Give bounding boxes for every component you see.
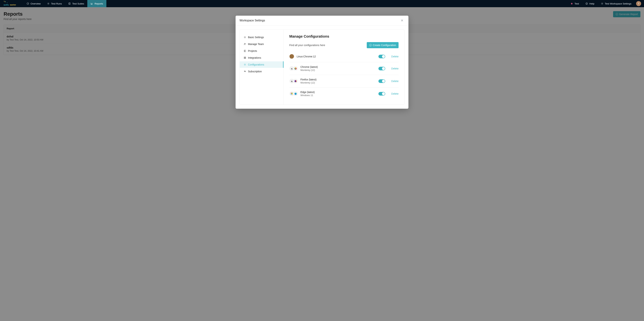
config-icons — [289, 66, 298, 71]
plus-circle-icon: + — [369, 44, 372, 46]
book-icon — [68, 2, 71, 5]
star-icon — [570, 2, 573, 5]
svg-text:watcher: watcher — [10, 4, 16, 6]
svg-rect-14 — [244, 57, 245, 58]
config-icons — [289, 91, 298, 96]
svg-rect-27 — [291, 94, 292, 94]
nav-label: Test Runs — [51, 2, 62, 5]
sidebar-item-label: Projects — [248, 50, 257, 52]
delete-link[interactable]: Delete — [391, 80, 398, 83]
delete-link[interactable]: Delete — [391, 92, 398, 95]
svg-point-20 — [245, 71, 246, 72]
brand-logo[interactable]: quality watcher — [0, 1, 23, 6]
enabled-toggle[interactable] — [378, 79, 385, 83]
dashboard-icon — [26, 2, 29, 5]
nav-reports[interactable]: Reports — [87, 0, 106, 7]
enabled-toggle[interactable] — [378, 55, 385, 58]
delete-link[interactable]: Delete — [391, 67, 398, 70]
user-avatar[interactable]: T — [636, 1, 641, 6]
nav-label: Overview — [30, 2, 40, 5]
svg-rect-26 — [292, 93, 292, 94]
sidebar-item-integrations[interactable]: Integrations — [240, 55, 283, 61]
gear-icon — [244, 36, 246, 39]
pattern-icon — [289, 54, 294, 59]
grid-icon — [244, 57, 246, 59]
gear-icon — [47, 2, 50, 5]
create-config-label: Create Configuration — [373, 44, 396, 47]
svg-text:quality: quality — [4, 4, 9, 6]
nav-overview[interactable]: Overview — [23, 0, 44, 7]
config-row: Firefox (latest) Monterey (12) Delete — [289, 75, 398, 87]
config-os: Monterey (12) — [300, 69, 318, 71]
sidebar-item-label: Manage Team — [248, 43, 264, 46]
sidebar-item-projects[interactable]: Projects — [240, 48, 283, 54]
svg-point-12 — [245, 44, 246, 44]
config-row: Chrome (latest) Monterey (12) Delete — [289, 62, 398, 75]
svg-rect-28 — [292, 94, 292, 94]
svg-point-23 — [295, 68, 296, 69]
close-icon[interactable]: ✕ — [400, 18, 404, 23]
nav-label: Test Suites — [72, 2, 84, 5]
settings-card: Basic Settings Manage Team Projects — [240, 30, 404, 105]
svg-point-18 — [244, 64, 245, 65]
main-heading: Manage Configurations — [289, 34, 398, 39]
firefox-icon — [293, 79, 298, 83]
sidebar-item-basic-settings[interactable]: Basic Settings — [240, 34, 283, 41]
enabled-toggle[interactable] — [378, 92, 385, 96]
sidebar-item-label: Integrations — [248, 56, 261, 59]
nav-label: Reports — [94, 2, 103, 5]
config-icons — [289, 79, 298, 83]
workspace-name: Test — [574, 2, 579, 5]
create-configuration-button[interactable]: + Create Configuration — [367, 42, 398, 48]
workspace-switcher[interactable]: Test — [567, 0, 582, 7]
settings-main: Manage Configurations Find all your conf… — [284, 30, 404, 105]
svg-marker-6 — [571, 3, 573, 5]
config-name: Firefox (latest) — [300, 78, 316, 81]
help-icon — [586, 2, 588, 5]
main-subtext: Find all your configurations here — [289, 44, 325, 47]
nav-test-runs[interactable]: Test Runs — [44, 0, 65, 7]
config-name: Linux:Chrome:12 — [297, 55, 316, 58]
chart-line-icon — [90, 2, 93, 5]
nav-test-suites[interactable]: Test Suites — [65, 0, 87, 7]
book-icon — [244, 50, 246, 52]
svg-rect-5 — [69, 3, 70, 4]
config-row: Edge (latest) Windows 11 Delete — [289, 87, 398, 100]
config-os: Windows 11 — [300, 94, 315, 97]
top-navbar: quality watcher Overview Test Runs Test … — [0, 0, 644, 7]
sidebar-item-label: Basic Settings — [248, 36, 264, 39]
config-row: Linux:Chrome:12 Delete — [289, 51, 398, 62]
sidebar-item-manage-team[interactable]: Manage Team — [240, 41, 283, 47]
svg-point-8 — [586, 4, 587, 4]
svg-rect-16 — [244, 58, 245, 59]
svg-point-19 — [244, 71, 245, 71]
edge-icon — [293, 91, 298, 96]
users-icon — [244, 43, 246, 45]
svg-point-10 — [244, 37, 245, 38]
config-os: Monterey (12) — [300, 81, 316, 84]
sidebar-item-configurations[interactable]: Configurations — [240, 61, 284, 68]
svg-point-0 — [7, 3, 8, 3]
svg-rect-17 — [245, 58, 246, 59]
modal-overlay[interactable]: Workspace Settings ✕ Basic Settings — [0, 7, 644, 321]
workspace-settings-link[interactable]: Test Workspace Settings — [598, 0, 635, 7]
svg-rect-13 — [244, 50, 246, 52]
svg-rect-25 — [291, 93, 292, 94]
ws-settings-label: Test Workspace Settings — [605, 2, 632, 5]
svg-point-9 — [602, 3, 602, 4]
svg-point-4 — [48, 3, 49, 4]
chrome-icon — [293, 66, 298, 71]
config-icons — [289, 54, 294, 59]
avatar-initial: T — [638, 2, 639, 5]
sliders-icon — [244, 70, 246, 73]
svg-point-11 — [244, 43, 245, 44]
svg-rect-15 — [245, 57, 246, 58]
workspace-settings-modal: Workspace Settings ✕ Basic Settings — [236, 16, 408, 109]
config-name: Chrome (latest) — [300, 66, 318, 68]
modal-title: Workspace Settings — [240, 19, 265, 22]
enabled-toggle[interactable] — [378, 67, 385, 70]
settings-sidebar: Basic Settings Manage Team Projects — [240, 30, 284, 105]
help-link[interactable]: Help — [582, 0, 598, 7]
delete-link[interactable]: Delete — [391, 55, 398, 58]
sidebar-item-subscription[interactable]: Subscription — [240, 68, 283, 75]
